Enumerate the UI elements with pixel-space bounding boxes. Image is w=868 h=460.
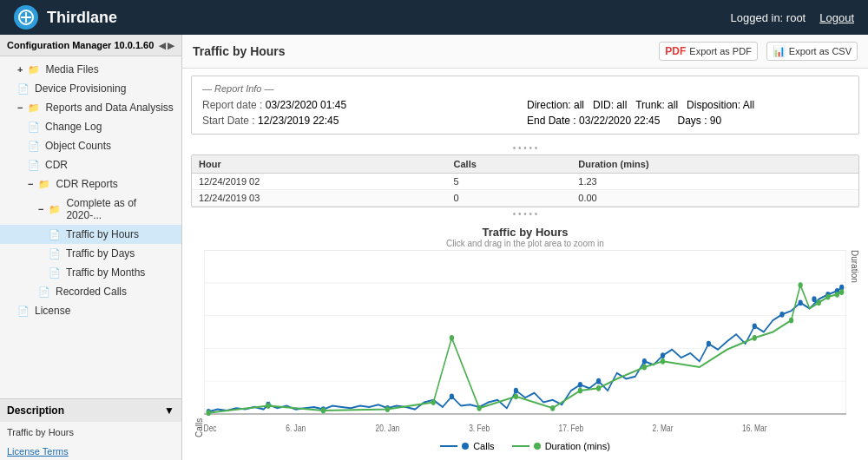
nav-label-license: License bbox=[35, 305, 70, 317]
start-date-field: Start Date : 12/23/2019 22:45 bbox=[202, 115, 523, 127]
svg-point-33 bbox=[596, 378, 601, 384]
nav-label-traffic-hours: Traffic by Hours bbox=[66, 228, 139, 240]
col-duration: Duration (mins) bbox=[571, 155, 858, 174]
cell-hour-2: 12/24/2019 03 bbox=[192, 190, 447, 207]
minus-icon-cdr: − bbox=[28, 179, 33, 189]
chart-title: Traffic by Hours bbox=[191, 226, 859, 239]
sidebar-item-device-provisioning[interactable]: 📄 Device Provisioning bbox=[0, 79, 181, 98]
svg-point-50 bbox=[477, 405, 482, 411]
legend-calls-label: Calls bbox=[473, 441, 494, 451]
legend-duration: Duration (mins) bbox=[512, 441, 610, 451]
nav-label-device-provisioning: Device Provisioning bbox=[35, 82, 126, 95]
export-csv-button[interactable]: 📊 Export as CSV bbox=[766, 42, 858, 61]
svg-text:23. Dec: 23. Dec bbox=[204, 423, 217, 433]
folder-icon: 📁 bbox=[28, 64, 40, 76]
svg-point-55 bbox=[642, 365, 647, 371]
report-date-field: Report date : 03/23/2020 01:45 bbox=[202, 99, 523, 111]
chart-title-area: Traffic by Hours Click and drag in the p… bbox=[191, 226, 859, 248]
export-pdf-button[interactable]: PDF Export as PDF bbox=[659, 42, 758, 61]
file-icon-cdr: 📄 bbox=[28, 160, 40, 171]
sidebar-item-license[interactable]: 📄 License bbox=[0, 301, 181, 320]
svg-point-35 bbox=[661, 352, 665, 358]
legend-duration-label: Duration (mins) bbox=[545, 441, 610, 451]
report-info-title: — Report Info — bbox=[202, 83, 848, 94]
sidebar-collapse-left[interactable]: ◀ bbox=[159, 41, 166, 50]
minus-icon-complete: − bbox=[38, 204, 43, 214]
svg-point-40 bbox=[812, 296, 816, 302]
content-area: Traffic by Hours PDF Export as PDF 📊 Exp… bbox=[182, 35, 868, 460]
y-axis-right-label: Duration bbox=[846, 250, 859, 437]
table-header: Hour Calls Duration (mins) bbox=[192, 155, 858, 174]
cell-duration-1: 1.23 bbox=[571, 174, 858, 190]
main-layout: Configuration Manager 10.0.1.60 ◀ ▶ + 📁 … bbox=[0, 35, 868, 460]
description-toggle-icon: ▼ bbox=[164, 404, 174, 417]
legend-calls: Calls bbox=[440, 441, 494, 451]
license-terms-link[interactable]: License Terms bbox=[0, 443, 181, 460]
svg-text:6. Jan: 6. Jan bbox=[286, 423, 306, 433]
nav-label-reports: Reports and Data Analysiss bbox=[45, 102, 173, 114]
sidebar-item-object-counts[interactable]: 📄 Object Counts bbox=[0, 136, 181, 155]
logged-in-label: Logged in: root bbox=[731, 11, 806, 24]
sidebar-arrows: ◀ ▶ bbox=[159, 41, 174, 50]
header-left: Thirdlane bbox=[14, 5, 117, 30]
content-header: Traffic by Hours PDF Export as PDF 📊 Exp… bbox=[182, 35, 868, 69]
end-date-field: End Date : 03/22/2020 22:45 Days : 90 bbox=[527, 115, 848, 127]
sidebar-item-cdr-reports[interactable]: − 📁 CDR Reports bbox=[0, 174, 181, 194]
nav-label-cdr: CDR bbox=[45, 159, 68, 171]
data-table-container: Hour Calls Duration (mins) 12/24/2019 02… bbox=[191, 154, 859, 207]
svg-rect-3 bbox=[204, 250, 846, 414]
svg-point-51 bbox=[514, 393, 518, 399]
end-date-value: End Date : 03/22/2020 22:45 bbox=[527, 115, 660, 127]
description-section[interactable]: Description ▼ bbox=[0, 398, 181, 422]
col-calls: Calls bbox=[447, 155, 572, 174]
file-icon-object-counts: 📄 bbox=[28, 141, 40, 152]
data-table: Hour Calls Duration (mins) 12/24/2019 02… bbox=[192, 155, 858, 207]
sidebar-item-media-files[interactable]: + 📁 Media Files bbox=[0, 60, 181, 79]
folder-icon-cdr: 📁 bbox=[38, 179, 50, 190]
scroll-dots-mid: • • • • • bbox=[182, 207, 868, 220]
folder-icon-reports: 📁 bbox=[28, 102, 40, 114]
legend-duration-dot bbox=[534, 443, 541, 450]
sidebar-item-complete[interactable]: − 📁 Complete as of 2020-... bbox=[0, 194, 181, 225]
svg-point-46 bbox=[321, 408, 326, 414]
sidebar-item-reports[interactable]: − 📁 Reports and Data Analysiss bbox=[0, 98, 181, 117]
export-pdf-label: Export as PDF bbox=[689, 46, 752, 56]
logout-button[interactable]: Logout bbox=[819, 11, 854, 24]
file-icon-recorded: 📄 bbox=[38, 286, 50, 298]
chart-svg-container[interactable]: 0 25 50 75 100 0 100 200 300 400 23. Dec bbox=[204, 250, 846, 437]
chart-subtitle: Click and drag in the plot area to zoom … bbox=[191, 239, 859, 248]
svg-point-48 bbox=[431, 399, 436, 405]
config-manager-label: Configuration Manager 10.0.1.60 bbox=[7, 40, 154, 50]
svg-text:17. Feb: 17. Feb bbox=[559, 423, 584, 433]
svg-point-31 bbox=[514, 388, 518, 394]
start-date-label: Start Date : bbox=[202, 115, 255, 127]
nav-label-media-files: Media Files bbox=[45, 63, 98, 76]
report-date-value: 03/23/2020 01:45 bbox=[266, 99, 346, 111]
sidebar-collapse-right[interactable]: ▶ bbox=[168, 41, 174, 50]
report-date-label: Report date : bbox=[202, 99, 262, 111]
svg-point-34 bbox=[642, 358, 647, 365]
table-row: 12/24/2019 02 5 1.23 bbox=[192, 174, 858, 190]
nav-label-complete: Complete as of 2020-... bbox=[66, 197, 174, 221]
y-axis-left-label: Calls bbox=[191, 250, 204, 437]
direction-field: Direction: all DID: all Trunk: all Dispo… bbox=[527, 99, 848, 111]
export-csv-label: Export as CSV bbox=[789, 46, 852, 56]
sidebar-item-cdr[interactable]: 📄 CDR bbox=[0, 155, 181, 174]
chart-svg[interactable]: 0 25 50 75 100 0 100 200 300 400 23. Dec bbox=[204, 250, 846, 437]
svg-point-52 bbox=[550, 405, 555, 411]
svg-point-59 bbox=[799, 282, 803, 288]
chart-area: Traffic by Hours Click and drag in the p… bbox=[182, 220, 868, 460]
page-title: Traffic by Hours bbox=[193, 44, 286, 58]
svg-point-57 bbox=[753, 335, 757, 341]
plus-icon: + bbox=[17, 64, 23, 75]
description-label: Description bbox=[7, 404, 64, 417]
sidebar-item-change-log[interactable]: 📄 Change Log bbox=[0, 117, 181, 136]
sidebar-item-recorded-calls[interactable]: 📄 Recorded Calls bbox=[0, 282, 181, 301]
chart-wrapper[interactable]: Calls 0 25 50 bbox=[191, 250, 859, 437]
direction-value: Direction: all DID: all Trunk: all Dispo… bbox=[527, 99, 754, 111]
sidebar-item-traffic-days[interactable]: 📄 Traffic by Days bbox=[0, 244, 181, 263]
pdf-icon: PDF bbox=[665, 45, 686, 57]
svg-point-63 bbox=[839, 289, 844, 295]
sidebar-item-traffic-hours[interactable]: 📄 Traffic by Hours bbox=[0, 225, 181, 244]
sidebar-item-traffic-months[interactable]: 📄 Traffic by Months bbox=[0, 263, 181, 282]
